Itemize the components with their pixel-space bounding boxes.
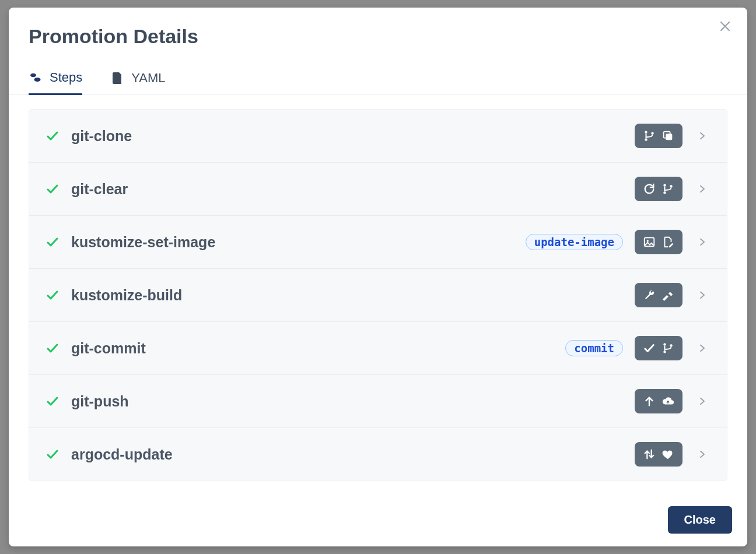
- modal-content: git-clone git-clear: [9, 95, 747, 493]
- pen-file-icon: [662, 236, 674, 248]
- check-icon: [46, 394, 60, 408]
- svg-rect-15: [667, 401, 668, 404]
- step-row-git-clone[interactable]: git-clone: [29, 110, 727, 163]
- step-row-git-clear[interactable]: git-clear: [29, 163, 727, 216]
- step-row-kustomize-set-image[interactable]: kustomize-set-image update-image: [29, 216, 727, 269]
- step-icons-chip: [635, 442, 682, 467]
- step-name: git-push: [71, 393, 129, 410]
- arrows-vertical-icon: [643, 448, 656, 461]
- svg-point-12: [663, 343, 666, 345]
- svg-point-0: [30, 73, 36, 77]
- chevron-right-icon: [694, 184, 710, 194]
- step-icons-chip: [635, 389, 682, 413]
- step-row-argocd-update[interactable]: argocd-update: [29, 428, 727, 481]
- branch-icon: [662, 183, 674, 195]
- step-tag: update-image: [526, 234, 623, 250]
- branch-icon: [662, 342, 674, 355]
- arrow-up-icon: [643, 395, 656, 408]
- check-icon: [46, 182, 60, 196]
- step-tag: commit: [565, 340, 623, 356]
- chevron-right-icon: [694, 343, 710, 353]
- wrench-icon: [643, 289, 656, 301]
- svg-point-11: [647, 240, 649, 242]
- step-icons-chip: [635, 124, 682, 148]
- step-icons-chip: [635, 283, 682, 307]
- check-icon: [46, 288, 60, 302]
- tab-steps[interactable]: Steps: [29, 70, 82, 95]
- svg-point-1: [34, 78, 41, 82]
- tabs: Steps YAML: [9, 48, 747, 95]
- chevron-right-icon: [694, 237, 710, 247]
- step-row-kustomize-build[interactable]: kustomize-build: [29, 269, 727, 322]
- branch-icon: [643, 129, 656, 142]
- check-icon: [46, 341, 60, 355]
- close-icon[interactable]: [718, 19, 732, 37]
- modal-title: Promotion Details: [29, 25, 727, 48]
- promotion-details-modal: Promotion Details Steps YAML git-clone: [9, 8, 747, 546]
- step-icons-chip: [635, 336, 682, 360]
- modal-header: Promotion Details: [9, 8, 747, 48]
- refresh-icon: [643, 183, 656, 195]
- svg-point-4: [651, 132, 653, 134]
- tab-yaml[interactable]: YAML: [110, 70, 165, 94]
- tab-label: YAML: [131, 71, 165, 86]
- step-name: kustomize-build: [71, 287, 182, 304]
- svg-point-9: [670, 185, 672, 187]
- check-icon: [46, 235, 60, 249]
- svg-point-13: [663, 350, 666, 353]
- image-icon: [643, 236, 656, 248]
- svg-rect-5: [666, 134, 672, 140]
- svg-point-14: [670, 344, 672, 346]
- close-button[interactable]: Close: [668, 506, 732, 534]
- step-row-git-commit[interactable]: git-commit commit: [29, 322, 727, 375]
- svg-point-7: [663, 184, 666, 186]
- steps-icon: [29, 71, 43, 85]
- modal-footer: Close: [9, 493, 747, 546]
- steps-list: git-clone git-clear: [29, 109, 727, 481]
- check-icon: [46, 129, 60, 143]
- chevron-right-icon: [694, 396, 710, 406]
- step-name: git-clear: [71, 181, 128, 198]
- check-icon: [46, 447, 60, 461]
- check-icon: [643, 342, 656, 355]
- step-name: git-commit: [71, 340, 146, 357]
- svg-point-3: [645, 138, 647, 141]
- chevron-right-icon: [694, 449, 710, 460]
- heart-icon: [662, 448, 674, 461]
- step-name: argocd-update: [71, 446, 173, 463]
- hammer-icon: [662, 289, 674, 301]
- file-icon: [110, 71, 124, 85]
- chevron-right-icon: [694, 290, 710, 300]
- step-icons-chip: [635, 177, 682, 201]
- cloud-up-icon: [662, 395, 674, 408]
- tab-label: Steps: [50, 70, 82, 85]
- step-name: git-clone: [71, 128, 132, 145]
- copy-icon: [662, 129, 674, 142]
- step-icons-chip: [635, 230, 682, 254]
- step-name: kustomize-set-image: [71, 234, 215, 251]
- chevron-right-icon: [694, 131, 710, 141]
- svg-point-8: [663, 191, 666, 194]
- svg-point-2: [645, 131, 647, 133]
- step-row-git-push[interactable]: git-push: [29, 375, 727, 428]
